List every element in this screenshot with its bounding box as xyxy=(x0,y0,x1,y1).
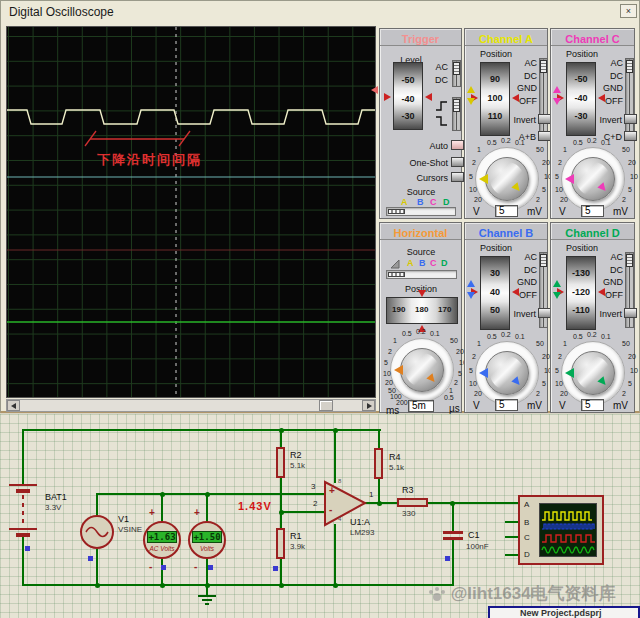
tick-label: 180 xyxy=(415,305,428,314)
junction-dot xyxy=(333,583,338,588)
gain-value[interactable]: 5 xyxy=(581,205,604,217)
channel-a-panel: Channel A Position 90 100 110 AC DC GND … xyxy=(464,28,548,219)
probe-voltage: 1.43V xyxy=(238,500,272,512)
gain-knob[interactable] xyxy=(561,147,625,211)
trigger-source-slider[interactable] xyxy=(386,207,456,216)
tick-label: -120 xyxy=(567,287,595,297)
scale-label: 20 xyxy=(628,159,636,166)
channel-up-arrow[interactable] xyxy=(467,86,475,93)
junction-dot xyxy=(377,501,382,506)
falling-edge-icon xyxy=(435,115,449,127)
horizontal-position-slider[interactable]: 190 180 170 xyxy=(386,297,458,324)
wire xyxy=(334,524,336,585)
scroll-left-button[interactable] xyxy=(7,400,20,411)
paw-icon xyxy=(428,586,446,602)
channel-up-arrow[interactable] xyxy=(467,280,475,287)
timebase-value[interactable]: 5m xyxy=(408,400,434,412)
wire xyxy=(280,513,282,529)
wire xyxy=(22,429,24,485)
tick-label: -50 xyxy=(394,75,422,85)
gain-knob[interactable] xyxy=(475,147,539,211)
coupling-ac-label: AC xyxy=(507,58,537,71)
channel-down-arrow[interactable] xyxy=(553,292,561,299)
source-a-label: A xyxy=(401,197,408,207)
junction-dot xyxy=(205,583,210,588)
invert-label: Invert xyxy=(589,309,622,319)
scroll-right-button[interactable] xyxy=(362,400,375,411)
wire xyxy=(334,429,336,483)
knob-pointer-icon xyxy=(479,368,488,378)
wire xyxy=(161,558,163,585)
coupling-gnd-label: GND xyxy=(507,83,537,96)
resistor-r2[interactable] xyxy=(276,447,285,478)
wire xyxy=(22,429,381,431)
r2-ref: R2 xyxy=(290,450,302,460)
invert-button[interactable] xyxy=(624,308,637,318)
screen: Digital Oscilloscope × 下降沿时间间隔 xyxy=(0,0,640,618)
channel-up-arrow[interactable] xyxy=(553,280,561,287)
scope-block-screen xyxy=(539,503,597,557)
scale-label: 1 xyxy=(477,146,481,153)
display-scrollbar[interactable] xyxy=(6,399,376,412)
wire xyxy=(280,511,326,513)
gain-value[interactable]: 5 xyxy=(581,399,604,411)
scale-label: 10 xyxy=(469,186,477,193)
wire xyxy=(378,478,380,503)
capacitor-plate xyxy=(443,537,463,540)
wire xyxy=(452,503,454,531)
gain-knob[interactable] xyxy=(561,341,625,405)
channel-down-arrow[interactable] xyxy=(467,292,475,299)
close-button[interactable]: × xyxy=(620,4,637,18)
coupling-off-label: OFF xyxy=(507,290,537,303)
meter-plus-label: + xyxy=(194,507,200,518)
r2-value: 5.1k xyxy=(290,461,305,470)
r4-ref: R4 xyxy=(389,452,401,462)
junction-dot xyxy=(95,583,100,588)
source-a-label: A xyxy=(407,258,414,268)
resistor-r1[interactable] xyxy=(276,528,285,559)
oscilloscope-block[interactable]: A B C D xyxy=(518,495,604,565)
resistor-r3[interactable] xyxy=(397,498,428,507)
tick-label: -40 xyxy=(567,93,595,103)
battery-plate xyxy=(9,528,37,530)
coupling-dc-label: DC xyxy=(593,71,623,84)
wire xyxy=(22,535,24,586)
auto-button[interactable] xyxy=(451,140,464,150)
one-shot-label: One-Shot xyxy=(394,158,448,168)
horizontal-source-slider[interactable] xyxy=(386,270,457,279)
scale-label: 50 xyxy=(536,340,544,347)
millivolts-unit-label: mV xyxy=(527,206,542,217)
project-tab[interactable]: New Project.pdsprj xyxy=(488,606,640,618)
channel-up-arrow[interactable] xyxy=(553,86,561,93)
channel-down-arrow[interactable] xyxy=(467,98,475,105)
scale-label: 2 xyxy=(622,390,626,397)
scale-label: 10 xyxy=(383,370,391,377)
trigger-level-slider[interactable]: -50 -40 -30 xyxy=(393,62,423,130)
scale-label: 20 xyxy=(560,390,568,397)
invert-button[interactable] xyxy=(624,114,637,124)
scale-label: 0.5 xyxy=(487,139,497,146)
trigger-coupling-slider[interactable] xyxy=(452,60,461,87)
scroll-thumb[interactable] xyxy=(319,400,333,411)
resistor-r4[interactable] xyxy=(374,448,383,479)
battery-plate xyxy=(16,489,30,493)
knob-pointer-icon xyxy=(479,174,488,184)
trigger-edge-slider[interactable] xyxy=(452,97,461,131)
cursors-button[interactable] xyxy=(451,172,464,182)
sum-button[interactable] xyxy=(624,131,637,141)
gain-value[interactable]: 5 xyxy=(495,205,518,217)
gain-knob[interactable] xyxy=(475,341,539,405)
ramp-icon xyxy=(390,259,401,269)
level-arrow-right xyxy=(425,93,432,101)
wire xyxy=(96,493,98,516)
channel-c-panel: Channel C Position -50 -40 -30 AC DC GND… xyxy=(550,28,635,219)
channel-down-arrow[interactable] xyxy=(553,98,561,105)
falling-edge-annotation: 下降沿时间间隔 xyxy=(97,151,202,169)
one-shot-button[interactable] xyxy=(451,157,464,167)
scale-label: 20 xyxy=(474,390,482,397)
wire xyxy=(505,521,518,523)
sine-source-value: VSINE xyxy=(118,525,142,534)
scale-label: 0.1 xyxy=(430,330,440,337)
coupling-dc-label: DC xyxy=(593,265,623,278)
gain-value[interactable]: 5 xyxy=(495,399,518,411)
